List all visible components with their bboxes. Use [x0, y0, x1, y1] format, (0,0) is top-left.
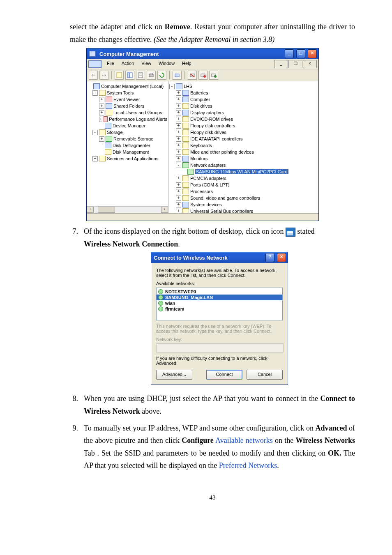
expand-toggle[interactable]: +: [176, 156, 181, 161]
sound-icon: [182, 195, 189, 201]
dialog-close-button[interactable]: ×: [277, 253, 286, 262]
menu-window[interactable]: Window: [155, 60, 178, 68]
expand-toggle[interactable]: +: [176, 196, 181, 201]
properties-button[interactable]: [136, 71, 145, 80]
scroll-thumb[interactable]: [98, 207, 115, 213]
expand-toggle[interactable]: +: [176, 117, 181, 122]
up-button[interactable]: [115, 71, 124, 80]
dev-monitors[interactable]: Monitors: [190, 156, 208, 161]
titlebar[interactable]: Computer Management _ □ ×: [87, 48, 318, 59]
dev-ide[interactable]: IDE ATA/ATAPI controllers: [190, 136, 243, 141]
connect-button[interactable]: Connect: [206, 370, 242, 380]
expand-toggle[interactable]: +: [176, 130, 181, 135]
device-scan-button[interactable]: [173, 71, 182, 80]
tree-perf-logs[interactable]: Performance Logs and Alerts: [109, 117, 167, 122]
advanced-button[interactable]: Advanced...: [156, 370, 192, 380]
mdi-minimize-button[interactable]: _: [274, 60, 288, 68]
dev-net-adapters[interactable]: Network adapters: [190, 163, 226, 168]
expand-toggle[interactable]: -: [92, 90, 98, 96]
dev-processors[interactable]: Processors: [190, 189, 213, 194]
dev-floppy-ctrl[interactable]: Floppy disk controllers: [190, 123, 235, 128]
help-button[interactable]: ?: [265, 253, 274, 262]
menu-view[interactable]: View: [138, 60, 154, 68]
forward-button[interactable]: ⇨: [99, 71, 108, 80]
network-item[interactable]: NDTESTWEP0: [157, 289, 282, 295]
expand-toggle[interactable]: +: [176, 209, 181, 213]
tree-local-users[interactable]: Local Users and Groups: [113, 110, 162, 115]
tree-defrag[interactable]: Disk Defragmenter: [113, 143, 150, 148]
uninstall-button[interactable]: [188, 71, 197, 80]
expand-toggle[interactable]: +: [176, 176, 181, 181]
cancel-button[interactable]: Cancel: [247, 370, 283, 380]
dev-batteries[interactable]: Batteries: [190, 90, 208, 95]
mdi-restore-button[interactable]: ❐: [288, 60, 302, 68]
expand-toggle[interactable]: +: [176, 123, 181, 129]
dev-floppy-drv[interactable]: Floppy disk drives: [190, 130, 226, 135]
expand-toggle[interactable]: +: [176, 143, 181, 148]
dev-pcmcia[interactable]: PCMCIA adapters: [190, 176, 226, 181]
dev-dvd[interactable]: DVD/CD-ROM drives: [190, 117, 233, 122]
expand-toggle[interactable]: +: [99, 110, 104, 115]
menu-help[interactable]: Help: [179, 60, 195, 68]
expand-toggle[interactable]: +: [176, 110, 181, 115]
tree-services[interactable]: Services and Applications: [107, 156, 158, 161]
update-driver-button[interactable]: [209, 71, 218, 80]
print-button[interactable]: [147, 71, 156, 80]
back-button[interactable]: ⇦: [89, 71, 98, 80]
disable-button[interactable]: [198, 71, 208, 80]
expand-toggle[interactable]: +: [176, 97, 181, 102]
expand-toggle[interactable]: -: [169, 84, 175, 89]
dev-selected-card[interactable]: SAMSUNG 11Mbps WLAN MiniPCI/PCI Card: [195, 169, 288, 174]
expand-toggle[interactable]: +: [176, 150, 181, 155]
show-hide-button[interactable]: [125, 71, 134, 80]
dev-sound[interactable]: Sound, video and game controllers: [190, 196, 260, 200]
expand-toggle[interactable]: +: [176, 136, 181, 142]
expand-toggle[interactable]: +: [176, 182, 181, 188]
dev-keyboards[interactable]: Keyboards: [190, 143, 212, 148]
tree-diskmgmt[interactable]: Disk Management: [113, 150, 149, 154]
expand-toggle[interactable]: -: [176, 163, 181, 168]
dev-root[interactable]: LHS: [184, 84, 192, 89]
dev-display[interactable]: Display adapters: [190, 110, 224, 115]
network-item[interactable]: firmteam: [157, 306, 282, 312]
dev-computer[interactable]: Computer: [190, 97, 210, 102]
network-item[interactable]: wlan: [157, 300, 282, 306]
tree-shared-folders[interactable]: Shared Folders: [113, 104, 144, 108]
dev-mice[interactable]: Mice and other pointing devices: [190, 150, 254, 154]
refresh-button[interactable]: [157, 71, 166, 80]
maximize-button[interactable]: □: [296, 49, 305, 58]
menu-action[interactable]: Action: [118, 60, 138, 68]
horizontal-scrollbar[interactable]: ‹ ›: [87, 206, 168, 213]
dev-system[interactable]: System devices: [190, 202, 222, 207]
scroll-left-button[interactable]: ‹: [87, 207, 94, 213]
expand-toggle[interactable]: +: [99, 117, 102, 122]
tree-device-manager[interactable]: Device Manager: [113, 123, 145, 128]
dev-usb[interactable]: Universal Serial Bus controllers: [190, 209, 253, 213]
expand-toggle[interactable]: +: [99, 136, 104, 142]
tree-root[interactable]: Computer Management (Local): [101, 84, 164, 89]
dev-ports[interactable]: Ports (COM & LPT): [190, 182, 229, 187]
tree-event-viewer[interactable]: Event Viewer: [113, 97, 140, 102]
right-tree-pane[interactable]: -LHS +Batteries +Computer +Disk drives +…: [168, 81, 318, 213]
tree-system-tools[interactable]: System Tools: [107, 90, 134, 95]
network-item-selected[interactable]: SAMSUNG_MagicLAN: [157, 295, 282, 300]
expand-toggle[interactable]: +: [176, 189, 181, 194]
expand-toggle[interactable]: +: [92, 156, 98, 161]
expand-toggle[interactable]: +: [176, 104, 181, 109]
tree-removable[interactable]: Removable Storage: [113, 136, 153, 141]
scroll-right-button[interactable]: ›: [161, 207, 168, 213]
expand-toggle[interactable]: +: [99, 97, 104, 102]
left-tree-pane[interactable]: Computer Management (Local) -System Tool…: [87, 81, 168, 213]
mdi-close-button[interactable]: ×: [303, 60, 317, 68]
expand-toggle[interactable]: +: [176, 90, 181, 96]
expand-toggle[interactable]: +: [99, 104, 104, 109]
minimize-button[interactable]: _: [285, 49, 294, 58]
tree-storage[interactable]: Storage: [107, 130, 123, 135]
expand-toggle[interactable]: -: [92, 130, 98, 135]
expand-toggle[interactable]: +: [176, 202, 181, 207]
dev-disk-drives[interactable]: Disk drives: [190, 104, 212, 108]
menu-file[interactable]: File: [104, 60, 118, 68]
available-networks-list[interactable]: NDTESTWEP0 SAMSUNG_MagicLAN wlan firmtea…: [156, 288, 283, 320]
close-button[interactable]: ×: [308, 49, 317, 58]
dialog-titlebar[interactable]: Connect to Wireless Network ? ×: [151, 252, 288, 263]
